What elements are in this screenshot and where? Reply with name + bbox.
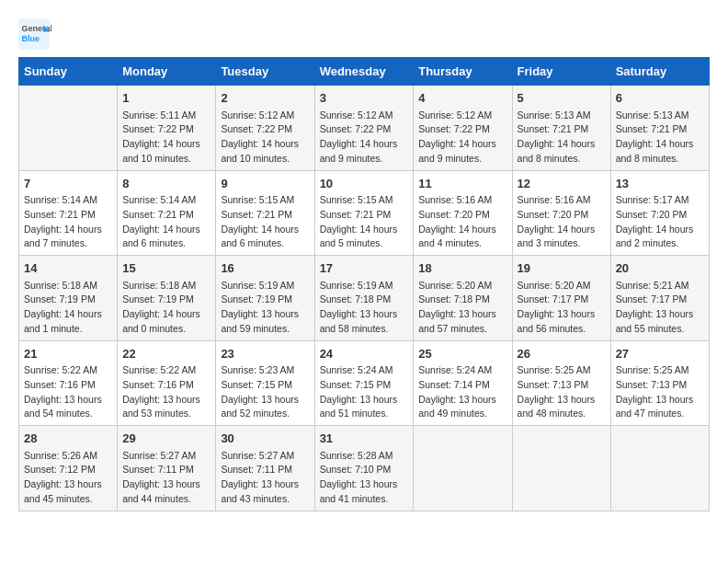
cell-content-line: Sunrise: 5:21 AM xyxy=(616,279,704,293)
cell-content-line: and 45 minutes. xyxy=(24,492,112,507)
cell-content-line: Sunset: 7:21 PM xyxy=(320,208,409,223)
cell-content-line: Sunrise: 5:25 AM xyxy=(616,363,704,378)
day-number: 22 xyxy=(122,345,210,363)
cell-content-line: Sunset: 7:20 PM xyxy=(418,208,506,223)
cell-content-line: Sunset: 7:19 PM xyxy=(24,293,112,307)
calendar-cell xyxy=(414,426,512,511)
cell-content-line: and 52 minutes. xyxy=(221,407,309,421)
calendar-cell: 3Sunrise: 5:12 AMSunset: 7:22 PMDaylight… xyxy=(314,86,414,171)
calendar-cell: 17Sunrise: 5:19 AMSunset: 7:18 PMDayligh… xyxy=(314,256,414,341)
day-number: 25 xyxy=(418,345,506,363)
cell-content-line: Sunset: 7:19 PM xyxy=(221,293,309,307)
cell-content-line: and 6 minutes. xyxy=(122,236,210,251)
cell-content-line: and 7 minutes. xyxy=(24,236,112,251)
day-number: 26 xyxy=(518,345,606,363)
day-number: 3 xyxy=(320,89,409,108)
cell-content-line: Sunset: 7:11 PM xyxy=(122,463,210,477)
cell-content-line: Daylight: 14 hours xyxy=(221,137,309,152)
calendar-cell: 4Sunrise: 5:12 AMSunset: 7:22 PMDaylight… xyxy=(414,86,512,171)
calendar-cell: 5Sunrise: 5:13 AMSunset: 7:21 PMDaylight… xyxy=(512,86,610,171)
day-header-sunday: Sunday xyxy=(19,58,118,86)
cell-content-line: Daylight: 13 hours xyxy=(320,307,409,322)
cell-content-line: and 57 minutes. xyxy=(418,322,506,337)
day-number: 15 xyxy=(122,259,210,278)
calendar-cell: 22Sunrise: 5:22 AMSunset: 7:16 PMDayligh… xyxy=(118,340,216,426)
cell-content-line: and 2 minutes. xyxy=(616,236,704,251)
calendar-cell: 9Sunrise: 5:15 AMSunset: 7:21 PMDaylight… xyxy=(216,170,314,256)
cell-content-line: Daylight: 13 hours xyxy=(418,307,506,322)
cell-content-line: Sunrise: 5:22 AM xyxy=(24,363,112,378)
cell-content-line: Daylight: 14 hours xyxy=(418,137,506,152)
day-number: 16 xyxy=(221,259,309,278)
cell-content-line: and 1 minute. xyxy=(24,322,112,337)
day-number: 20 xyxy=(616,259,704,278)
cell-content-line: Sunrise: 5:18 AM xyxy=(122,279,210,293)
logo-icon: General Blue xyxy=(18,18,51,52)
cell-content-line: Sunset: 7:17 PM xyxy=(518,293,606,307)
cell-content-line: Daylight: 14 hours xyxy=(24,223,112,237)
cell-content-line: and 4 minutes. xyxy=(418,236,506,251)
cell-content-line: and 3 minutes. xyxy=(518,236,606,251)
cell-content-line: Sunset: 7:22 PM xyxy=(418,122,506,137)
calendar-cell: 24Sunrise: 5:24 AMSunset: 7:15 PMDayligh… xyxy=(314,340,414,426)
cell-content-line: Daylight: 14 hours xyxy=(122,137,210,152)
day-number: 11 xyxy=(418,175,506,193)
day-number: 13 xyxy=(616,175,704,193)
calendar-cell: 23Sunrise: 5:23 AMSunset: 7:15 PMDayligh… xyxy=(216,340,314,426)
cell-content-line: and 43 minutes. xyxy=(221,492,309,507)
cell-content-line: Daylight: 13 hours xyxy=(418,393,506,408)
cell-content-line: Daylight: 13 hours xyxy=(122,393,210,408)
day-number: 1 xyxy=(122,89,210,108)
cell-content-line: Daylight: 14 hours xyxy=(518,223,606,237)
cell-content-line: Sunrise: 5:28 AM xyxy=(320,449,409,464)
calendar-cell: 14Sunrise: 5:18 AMSunset: 7:19 PMDayligh… xyxy=(19,256,118,341)
calendar-cell: 13Sunrise: 5:17 AMSunset: 7:20 PMDayligh… xyxy=(610,170,709,256)
calendar-cell: 1Sunrise: 5:11 AMSunset: 7:22 PMDaylight… xyxy=(118,86,216,171)
calendar-cell: 31Sunrise: 5:28 AMSunset: 7:10 PMDayligh… xyxy=(314,426,414,511)
cell-content-line: Sunrise: 5:18 AM xyxy=(24,279,112,293)
cell-content-line: Sunrise: 5:25 AM xyxy=(518,363,606,378)
cell-content-line: and 56 minutes. xyxy=(518,322,606,337)
cell-content-line: Sunset: 7:21 PM xyxy=(24,208,112,223)
cell-content-line: Daylight: 13 hours xyxy=(221,477,309,492)
day-number: 23 xyxy=(221,345,309,363)
day-number: 24 xyxy=(320,345,409,363)
day-number: 18 xyxy=(418,259,506,278)
cell-content-line: Sunrise: 5:13 AM xyxy=(518,109,606,123)
day-number: 14 xyxy=(24,259,112,278)
cell-content-line: and 54 minutes. xyxy=(24,407,112,421)
calendar-cell: 10Sunrise: 5:15 AMSunset: 7:21 PMDayligh… xyxy=(314,170,414,256)
cell-content-line: Daylight: 13 hours xyxy=(221,307,309,322)
logo: General Blue xyxy=(18,18,55,52)
cell-content-line: Sunset: 7:13 PM xyxy=(616,378,704,393)
cell-content-line: and 53 minutes. xyxy=(122,407,210,421)
calendar-cell: 20Sunrise: 5:21 AMSunset: 7:17 PMDayligh… xyxy=(610,256,709,341)
calendar-cell: 25Sunrise: 5:24 AMSunset: 7:14 PMDayligh… xyxy=(414,340,512,426)
cell-content-line: Sunrise: 5:26 AM xyxy=(24,449,112,464)
week-row-1: 1Sunrise: 5:11 AMSunset: 7:22 PMDaylight… xyxy=(19,86,710,171)
cell-content-line: and 8 minutes. xyxy=(518,152,606,167)
cell-content-line: Sunset: 7:22 PM xyxy=(122,122,210,137)
calendar-cell: 7Sunrise: 5:14 AMSunset: 7:21 PMDaylight… xyxy=(19,170,118,256)
cell-content-line: Sunrise: 5:16 AM xyxy=(518,193,606,208)
day-header-friday: Friday xyxy=(512,58,610,86)
cell-content-line: Sunset: 7:20 PM xyxy=(518,208,606,223)
day-number: 19 xyxy=(518,259,606,278)
cell-content-line: Sunrise: 5:19 AM xyxy=(221,279,309,293)
cell-content-line: and 5 minutes. xyxy=(320,236,409,251)
cell-content-line: Daylight: 13 hours xyxy=(320,393,409,408)
day-number: 9 xyxy=(221,175,309,193)
day-header-saturday: Saturday xyxy=(610,58,709,86)
calendar-cell: 30Sunrise: 5:27 AMSunset: 7:11 PMDayligh… xyxy=(216,426,314,511)
cell-content-line: Sunrise: 5:19 AM xyxy=(320,279,409,293)
day-number: 5 xyxy=(518,89,606,108)
cell-content-line: and 51 minutes. xyxy=(320,407,409,421)
cell-content-line: Daylight: 13 hours xyxy=(518,393,606,408)
cell-content-line: Sunset: 7:19 PM xyxy=(122,293,210,307)
week-row-2: 7Sunrise: 5:14 AMSunset: 7:21 PMDaylight… xyxy=(19,170,710,256)
cell-content-line: Daylight: 14 hours xyxy=(122,307,210,322)
day-number: 28 xyxy=(24,430,112,448)
cell-content-line: and 44 minutes. xyxy=(122,492,210,507)
cell-content-line: Sunrise: 5:27 AM xyxy=(122,449,210,464)
cell-content-line: Sunset: 7:22 PM xyxy=(221,122,309,137)
